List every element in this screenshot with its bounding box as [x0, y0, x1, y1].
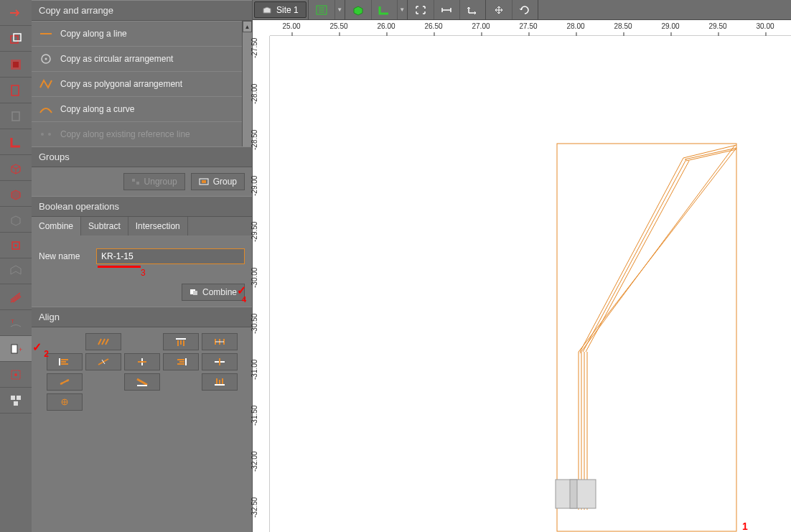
group-button[interactable]: Group	[191, 173, 245, 190]
view3d-dropdown[interactable]: ▼	[397, 0, 407, 19]
tab-combine[interactable]: Combine	[32, 217, 81, 235]
svg-rect-29	[183, 340, 184, 346]
combine-label: Combine	[202, 287, 237, 297]
svg-rect-5	[12, 112, 19, 121]
circle-icon	[39, 52, 53, 65]
align-top[interactable]	[163, 333, 199, 350]
vtool-plane1[interactable]	[0, 78, 32, 103]
svg-rect-13	[11, 396, 15, 400]
align-centerv[interactable]	[202, 353, 238, 370]
align-title: Align	[32, 307, 252, 327]
svg-rect-46	[216, 378, 217, 384]
copy-along-curve[interactable]: Copy along a curve	[32, 96, 252, 121]
svg-rect-41	[219, 358, 220, 365]
svg-rect-1	[14, 34, 21, 41]
svg-point-12	[14, 373, 17, 376]
ungroup-label: Ungroup	[144, 177, 177, 187]
vtool-cube2[interactable]	[0, 181, 32, 207]
align-diag2[interactable]	[124, 373, 160, 391]
poly-icon	[39, 78, 53, 90]
view3d-solid[interactable]	[345, 0, 371, 19]
align-right[interactable]	[163, 353, 199, 370]
group-icon	[199, 178, 209, 185]
site-tab[interactable]: Site 1	[254, 1, 306, 18]
site-label: Site 1	[276, 5, 299, 15]
vtool-arrow[interactable]	[0, 0, 32, 26]
group-label: Group	[213, 177, 237, 187]
svg-rect-23	[202, 180, 206, 183]
vtool-target2[interactable]	[0, 362, 32, 388]
svg-rect-4	[11, 85, 19, 95]
ungroup-button: Ungroup	[123, 173, 185, 190]
vtool-pattern[interactable]	[0, 52, 32, 78]
svg-rect-9	[11, 345, 17, 353]
chevron-down-icon: ▼	[399, 6, 405, 13]
vtool-lshape[interactable]	[0, 129, 32, 155]
vtool-hatch[interactable]	[0, 284, 32, 310]
svg-point-17	[45, 58, 47, 60]
axis-button[interactable]	[459, 0, 485, 19]
boolops-title: Boolean operations	[32, 196, 252, 217]
svg-rect-14	[17, 396, 21, 400]
vtool-select[interactable]: + ✓ 2	[0, 336, 32, 362]
copy-arrange-title: Copy and arrange	[32, 0, 252, 21]
vtool-assembly[interactable]	[0, 388, 32, 414]
align-centerh[interactable]	[124, 353, 160, 370]
vtool-target[interactable]	[0, 233, 32, 258]
align-diagx[interactable]	[85, 353, 121, 370]
canvas[interactable]: 1	[270, 36, 791, 532]
align-diag1[interactable]	[85, 333, 121, 350]
canvas-wrap: 25.0025.5026.0026.5027.0027.5028.0028.50…	[253, 20, 791, 532]
svg-rect-45	[215, 384, 225, 386]
annotation-num1: 1	[742, 521, 748, 532]
copy-item-label: Copy as polygonal arrangement	[60, 79, 182, 89]
combine-button[interactable]: Combine	[182, 284, 245, 301]
vtool-cube1[interactable]	[0, 155, 32, 181]
view3d-wire[interactable]	[371, 0, 397, 19]
site-icon	[262, 6, 272, 14]
align-distrib1[interactable]	[202, 333, 238, 350]
ruler-horizontal: 25.0025.5026.0026.5027.0027.5028.0028.50…	[270, 20, 791, 36]
copy-polygonal[interactable]: Copy as polygonal arrangement	[32, 71, 252, 96]
align-distrib2[interactable]	[47, 393, 83, 411]
svg-point-18	[41, 133, 44, 136]
svg-rect-21	[136, 182, 139, 185]
align-grid	[39, 333, 245, 411]
boolops-tabs: Combine Subtract Intersection	[32, 217, 252, 235]
copy-item-label: Copy along existing reference line	[60, 129, 190, 139]
copy-item-label: Copy along a line	[60, 29, 127, 39]
measure-button[interactable]	[434, 0, 459, 19]
rotate-button[interactable]	[512, 0, 538, 19]
tab-subtract[interactable]: Subtract	[81, 217, 128, 235]
new-name-input[interactable]	[96, 248, 245, 264]
curve-icon	[39, 103, 53, 116]
view2d-dropdown[interactable]: ▼	[334, 0, 345, 19]
chevron-down-icon: ▼	[337, 6, 342, 13]
copy-item-label: Copy as circular arrangement	[60, 54, 173, 64]
side-panel: Copy and arrange Copy along a line Copy …	[32, 0, 253, 532]
move-button[interactable]	[486, 0, 512, 19]
vtool-box1[interactable]	[0, 26, 32, 52]
vtool-cubeline[interactable]	[0, 207, 32, 233]
svg-text:T: T	[11, 318, 14, 325]
scroll-up[interactable]: ▲	[243, 21, 252, 32]
align-diaglink[interactable]	[47, 373, 83, 391]
svg-point-42	[60, 383, 62, 385]
svg-rect-32	[61, 361, 66, 363]
align-bottom[interactable]	[202, 373, 238, 391]
copy-circular[interactable]: Copy as circular arrangement	[32, 46, 252, 71]
align-left[interactable]	[47, 353, 83, 370]
view2d-button[interactable]	[309, 0, 334, 19]
copy-along-line[interactable]: Copy along a line	[32, 21, 252, 46]
svg-rect-31	[61, 359, 68, 360]
vtool-extrude[interactable]	[0, 258, 32, 284]
svg-rect-28	[180, 340, 182, 345]
svg-rect-15	[14, 401, 18, 406]
vtool-text-curve[interactable]: T	[0, 310, 32, 336]
svg-rect-37	[177, 359, 184, 360]
svg-rect-26	[176, 338, 186, 340]
fit-button[interactable]	[408, 0, 434, 19]
tab-intersection[interactable]: Intersection	[128, 217, 188, 235]
svg-rect-20	[132, 179, 135, 182]
vtool-plane2[interactable]	[0, 103, 32, 129]
